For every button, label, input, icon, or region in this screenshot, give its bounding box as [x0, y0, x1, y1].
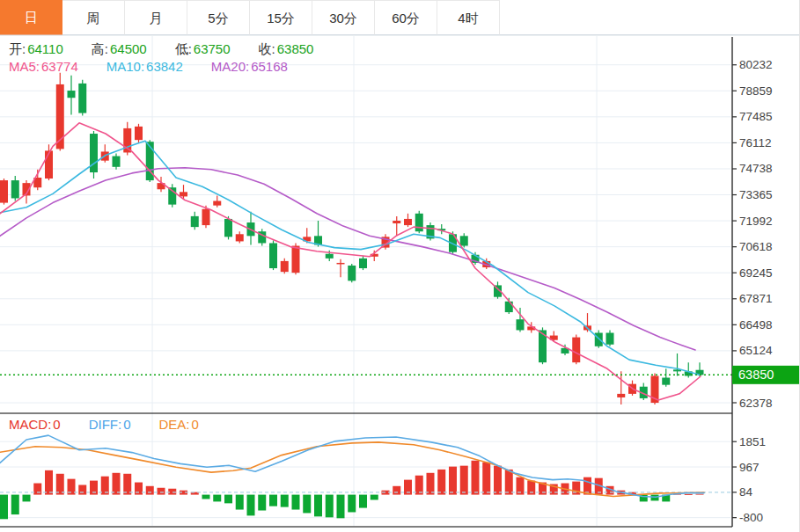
candle-body	[281, 261, 289, 272]
macd-bar	[11, 495, 19, 515]
price-axis-label: 80232	[739, 58, 773, 71]
candle-body	[11, 180, 19, 198]
candle-body	[404, 219, 412, 225]
macd-bar	[460, 466, 468, 495]
macd-bar	[146, 486, 154, 495]
ma-readout: MA5:63774MA10:63842MA20:65168	[9, 59, 316, 74]
macd-bar	[472, 461, 480, 495]
macd-item: MACD:0	[9, 417, 75, 432]
macd-axis-label: 967	[739, 461, 760, 474]
ma-item: MA20:65168	[211, 59, 302, 74]
candle-body	[572, 338, 580, 363]
candle-body	[45, 150, 53, 179]
macd-bar	[685, 494, 693, 495]
macd-bar	[0, 495, 8, 520]
candle-body	[505, 302, 513, 312]
candle-body	[595, 333, 603, 346]
macd-bar	[135, 483, 143, 495]
macd-axis-label: -800	[739, 511, 763, 524]
macd-bar	[269, 495, 277, 506]
macd-bar	[158, 488, 165, 495]
macd-bar	[168, 489, 176, 495]
candle-body	[348, 266, 356, 281]
macd-bar	[314, 495, 322, 517]
price-axis-label: 62378	[739, 397, 773, 410]
candle-body	[180, 192, 187, 196]
macd-bar	[393, 486, 400, 495]
ohlc-item: 低:63750	[175, 41, 245, 56]
price-axis-label: 70618	[739, 240, 773, 253]
macd-bar	[23, 495, 31, 502]
candle-body	[202, 209, 210, 225]
price-axis-label: 67871	[739, 292, 773, 305]
candle-body	[0, 180, 8, 203]
ohlc-item: 高:64500	[92, 41, 161, 56]
macd-item: DEA:0	[159, 417, 213, 432]
ohlc-item: 收:63850	[259, 41, 328, 56]
candle-body	[393, 221, 400, 223]
candle-body	[662, 378, 670, 385]
macd-bar	[258, 495, 266, 511]
macd-bar	[123, 474, 131, 495]
candle-body	[617, 394, 625, 397]
candle-body	[191, 216, 199, 227]
macd-bar	[292, 495, 300, 510]
ma5-line	[0, 123, 701, 400]
candle-body	[224, 219, 232, 237]
macd-histogram-group	[0, 461, 704, 520]
candle-body	[292, 246, 300, 273]
macd-bar	[371, 495, 378, 500]
macd-readout: MACD:0DIFF:0DEA:0	[9, 417, 227, 432]
macd-item: DIFF:0	[89, 417, 145, 432]
macd-bar	[45, 470, 53, 495]
macd-bar	[236, 495, 244, 510]
axis-labels: 8023278859774857611274738733657199270618…	[732, 58, 773, 524]
macd-bar	[202, 495, 210, 499]
price-axis-label: 78859	[739, 84, 773, 98]
candle-body	[460, 236, 468, 245]
price-axis-label: 73365	[739, 188, 773, 201]
ma-item: MA5:63774	[9, 59, 92, 74]
current-price-tag-label: 63850	[738, 368, 774, 382]
candle-body	[213, 201, 221, 206]
macd-bar	[505, 470, 513, 495]
macd-bar	[651, 495, 659, 501]
macd-bar	[696, 494, 704, 495]
candle-body	[90, 134, 98, 172]
macd-bar	[56, 474, 64, 495]
price-axis-label: 74738	[739, 162, 773, 175]
ma-lines-group	[0, 123, 701, 400]
macd-bar	[449, 467, 457, 495]
candle-body	[78, 84, 86, 113]
macd-bar	[213, 495, 221, 502]
candles-group	[0, 73, 704, 404]
price-axis-label: 76112	[739, 136, 772, 149]
candle-body	[415, 214, 423, 231]
candle-body	[135, 127, 143, 140]
macd-bar	[33, 484, 41, 495]
macd-axis-label: 1851	[739, 435, 766, 448]
kline-chart-widget: 日周月5分15分30分60分4时 80232788597748576112747…	[0, 0, 800, 532]
candle-body	[326, 254, 334, 259]
macd-bar	[427, 473, 435, 495]
candlestick-chart-canvas[interactable]: 8023278859774857611274738733657199270618…	[0, 0, 800, 532]
candle-body	[113, 157, 121, 167]
macd-bar	[78, 485, 86, 494]
gridlines	[0, 36, 730, 526]
candle-body	[337, 263, 345, 265]
macd-axis-label: 84	[739, 485, 753, 499]
macd-bar	[281, 495, 289, 507]
price-axis-label: 65124	[739, 344, 773, 357]
macd-bar	[303, 495, 311, 514]
price-axis-label: 77485	[739, 110, 773, 123]
macd-bar	[437, 470, 445, 495]
ma-item: MA10:63842	[106, 59, 197, 74]
macd-bar	[337, 495, 345, 519]
macd-bar	[326, 495, 334, 518]
macd-bar	[247, 495, 255, 516]
macd-bar	[113, 473, 121, 495]
macd-bar	[359, 495, 367, 508]
macd-bar	[348, 495, 356, 513]
candle-body	[236, 234, 244, 241]
macd-bar	[482, 463, 490, 495]
